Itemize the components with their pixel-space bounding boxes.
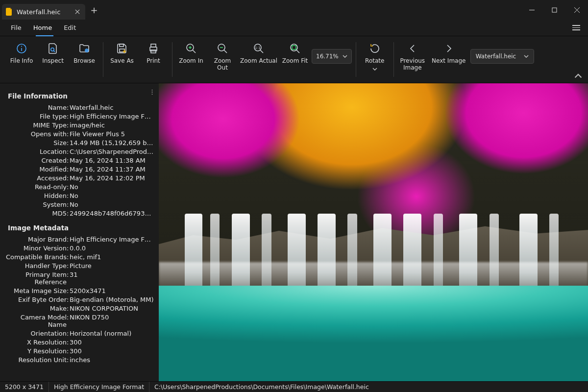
zoom-out-label: Zoom Out	[208, 58, 237, 72]
svg-rect-25	[292, 46, 296, 49]
next-image-button[interactable]: Next Image	[429, 39, 468, 65]
close-tab-icon[interactable]	[74, 9, 80, 15]
info-row: Major Brand:High Efficiency Image Format…	[3, 236, 154, 243]
file-info-label: File Info	[10, 58, 33, 65]
svg-point-4	[51, 48, 54, 51]
info-value: High Efficiency Image Format …	[70, 236, 154, 243]
info-row: Opens with:File Viewer Plus 5	[3, 130, 154, 138]
info-value: May 16, 2024 11:38 AM	[70, 157, 154, 164]
info-row: X Resolution:300	[3, 339, 154, 346]
zoom-out-icon	[217, 42, 228, 55]
menu-home[interactable]: Home	[27, 21, 58, 34]
info-value: May 16, 2024 11:37 AM	[70, 166, 154, 173]
save-icon	[116, 42, 128, 55]
info-value: Picture	[70, 262, 154, 270]
zoom-in-icon	[185, 42, 197, 55]
info-row: Read-only:No	[3, 183, 154, 191]
image-canvas	[159, 83, 588, 381]
image-metadata-title: Image Metadata	[8, 224, 154, 232]
info-key: Hidden	[3, 192, 67, 199]
info-key: Opens with	[3, 130, 67, 138]
next-image-label: Next Image	[432, 58, 466, 65]
svg-line-18	[224, 50, 227, 53]
svg-line-14	[193, 50, 196, 53]
info-row: Location:C:\Users\SharpenedProductions\D…	[3, 148, 154, 155]
info-key: Camera Model Name	[3, 314, 67, 328]
save-as-button[interactable]: Save As	[107, 39, 137, 65]
info-key: Location	[3, 148, 67, 155]
main-area: ⋮ File Information Name:Waterfall.heicFi…	[0, 83, 588, 381]
info-key: Make	[3, 305, 67, 312]
zoom-actual-button[interactable]: 1:1 Zoom Actual	[239, 39, 278, 65]
rotate-button[interactable]: Rotate	[360, 39, 390, 72]
info-value: Waterfall.heic	[70, 104, 154, 111]
browse-button[interactable]: Browse	[70, 39, 99, 65]
menu-file[interactable]: File	[5, 21, 27, 34]
zoom-fit-button[interactable]: Zoom Fit	[280, 39, 310, 65]
info-row: Size:14.49 MB (15,192,659 bytes)	[3, 139, 154, 147]
info-row: Y Resolution:300	[3, 347, 154, 355]
info-value: No	[70, 201, 154, 208]
browse-label: Browse	[74, 58, 95, 65]
collapse-ribbon-icon[interactable]	[574, 72, 582, 80]
status-dimensions: 5200 x 3471	[0, 382, 49, 392]
maximize-button[interactable]	[543, 0, 565, 20]
info-value: 5200x3471	[70, 287, 154, 294]
prev-image-button[interactable]: Previous Image	[398, 39, 427, 72]
chevron-down-icon	[524, 54, 529, 59]
file-info-title: File Information	[8, 92, 154, 100]
print-label: Print	[147, 58, 160, 65]
chevron-left-icon	[407, 42, 418, 55]
tab-waterfall[interactable]: Waterfall.heic	[2, 4, 85, 20]
info-row: File type:High Efficiency Image Format (…	[3, 113, 154, 120]
file-combo[interactable]: Waterfall.heic	[470, 49, 534, 64]
image-viewer[interactable]	[159, 83, 588, 381]
zoom-fit-icon	[289, 42, 301, 55]
zoom-combo[interactable]: 16.71%	[312, 49, 352, 64]
close-window-button[interactable]	[565, 0, 588, 20]
folder-icon	[78, 42, 90, 55]
svg-line-5	[53, 50, 55, 52]
minimize-button[interactable]	[520, 0, 543, 20]
info-icon	[16, 42, 27, 55]
ribbon-group-rotate: Rotate	[357, 39, 392, 80]
info-row: Camera Model Name:NIKON D750	[3, 314, 154, 328]
info-row: Minor Version:0.0.0	[3, 245, 154, 252]
info-key: Exif Byte Order	[3, 296, 67, 303]
svg-rect-0	[552, 8, 557, 12]
info-key: Handler Type	[3, 262, 67, 270]
print-button[interactable]: Print	[139, 39, 168, 65]
svg-rect-12	[151, 50, 156, 53]
new-tab-button[interactable]: +	[87, 3, 101, 17]
zoom-fit-label: Zoom Fit	[282, 58, 308, 65]
info-row: Resolution Unit:inches	[3, 356, 154, 364]
zoom-combo-value: 16.71%	[316, 53, 339, 60]
info-key: MD5	[3, 210, 67, 217]
status-path: C:\Users\SharpenedProductions\Documents\…	[149, 382, 374, 392]
menu-edit[interactable]: Edit	[58, 21, 82, 34]
info-key: Orientation	[3, 330, 67, 337]
info-key: Accessed	[3, 174, 67, 182]
panel-handle-icon[interactable]: ⋮	[149, 88, 156, 96]
inspect-button[interactable]: Inspect	[38, 39, 68, 65]
zoom-actual-label: Zoom Actual	[240, 58, 277, 65]
info-panel: ⋮ File Information Name:Waterfall.heicFi…	[0, 83, 159, 381]
info-key: Read-only	[3, 183, 67, 191]
info-value: 2499248b748f06d6793b43f1c9b86ddd	[70, 210, 154, 217]
svg-text:1:1: 1:1	[255, 46, 260, 50]
file-info-button[interactable]: File Info	[7, 39, 36, 65]
info-row: Meta Image Size:5200x3471	[3, 287, 154, 294]
info-row: System:No	[3, 201, 154, 208]
info-key: Name	[3, 104, 67, 111]
zoom-in-button[interactable]: Zoom In	[176, 39, 206, 65]
info-key: Y Resolution	[3, 347, 67, 355]
info-key: Created	[3, 157, 67, 164]
chevron-right-icon	[443, 42, 455, 55]
hamburger-icon[interactable]	[569, 22, 583, 33]
info-row: Make:NIKON CORPORATION	[3, 305, 154, 312]
zoom-out-button[interactable]: Zoom Out	[208, 39, 237, 72]
rotate-label: Rotate	[365, 58, 384, 65]
info-value: 300	[70, 347, 154, 355]
svg-rect-7	[120, 44, 123, 47]
info-value: Big-endian (Motorola, MM)	[70, 296, 154, 303]
